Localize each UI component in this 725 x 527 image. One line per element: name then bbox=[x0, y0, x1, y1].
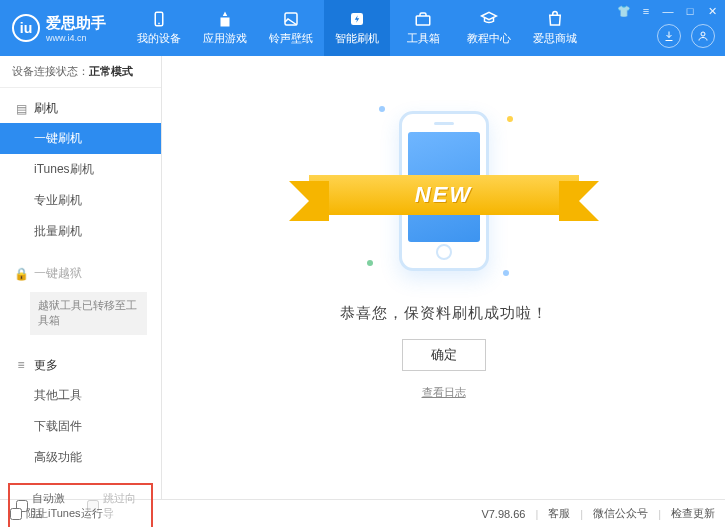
window-controls: 👕 ≡ — □ ✕ bbox=[617, 4, 719, 18]
support-link[interactable]: 客服 bbox=[548, 506, 570, 521]
close-button[interactable]: ✕ bbox=[705, 4, 719, 18]
app-name: 爱思助手 bbox=[46, 14, 106, 33]
sidebar-item-pro-flash[interactable]: 专业刷机 bbox=[0, 185, 161, 216]
section-more[interactable]: ≡更多 bbox=[0, 351, 161, 380]
svg-rect-4 bbox=[416, 16, 430, 25]
nav-label: 我的设备 bbox=[137, 31, 181, 46]
nav-flash[interactable]: 智能刷机 bbox=[324, 0, 390, 56]
wallpaper-icon bbox=[282, 10, 300, 28]
sidebar-item-itunes-flash[interactable]: iTunes刷机 bbox=[0, 154, 161, 185]
section-title: 更多 bbox=[34, 357, 58, 374]
jailbreak-note: 越狱工具已转移至工具箱 bbox=[30, 292, 147, 335]
skin-button[interactable]: 👕 bbox=[617, 4, 631, 18]
status-value: 正常模式 bbox=[89, 65, 133, 77]
nav-my-device[interactable]: 我的设备 bbox=[126, 0, 192, 56]
device-icon bbox=[150, 10, 168, 28]
view-log-link[interactable]: 查看日志 bbox=[422, 385, 466, 400]
block-itunes-checkbox[interactable]: 阻止iTunes运行 bbox=[10, 506, 103, 521]
sidebar: 设备连接状态：正常模式 ▤刷机 一键刷机 iTunes刷机 专业刷机 批量刷机 … bbox=[0, 56, 162, 499]
lock-icon: 🔒 bbox=[14, 267, 28, 281]
app-header: iu 爱思助手 www.i4.cn 我的设备 应用游戏 铃声壁纸 智能刷机 工具… bbox=[0, 0, 725, 56]
menu-button[interactable]: ≡ bbox=[639, 4, 653, 18]
nav-label: 应用游戏 bbox=[203, 31, 247, 46]
nav-apps[interactable]: 应用游戏 bbox=[192, 0, 258, 56]
check-update-link[interactable]: 检查更新 bbox=[671, 506, 715, 521]
checkbox-label: 阻止iTunes运行 bbox=[26, 506, 103, 521]
success-message: 恭喜您，保资料刷机成功啦！ bbox=[340, 304, 548, 323]
download-button[interactable] bbox=[657, 24, 681, 48]
nav-toolbox[interactable]: 工具箱 bbox=[390, 0, 456, 56]
logo-icon: iu bbox=[12, 14, 40, 42]
sidebar-item-batch-flash[interactable]: 批量刷机 bbox=[0, 216, 161, 247]
apps-icon bbox=[216, 10, 234, 28]
sidebar-item-download-firmware[interactable]: 下载固件 bbox=[0, 411, 161, 442]
minimize-button[interactable]: — bbox=[661, 4, 675, 18]
version-label: V7.98.66 bbox=[481, 508, 525, 520]
flash-section-icon: ▤ bbox=[14, 102, 28, 116]
flash-icon bbox=[348, 10, 366, 28]
store-icon bbox=[546, 10, 564, 28]
connection-status: 设备连接状态：正常模式 bbox=[0, 56, 161, 88]
tutorial-icon bbox=[480, 10, 498, 28]
main-content: NEW 恭喜您，保资料刷机成功啦！ 确定 查看日志 bbox=[162, 56, 725, 499]
app-site: www.i4.cn bbox=[46, 33, 106, 43]
nav-ringtone[interactable]: 铃声壁纸 bbox=[258, 0, 324, 56]
section-title: 一键越狱 bbox=[34, 265, 82, 282]
nav-label: 工具箱 bbox=[407, 31, 440, 46]
sidebar-item-onekey-flash[interactable]: 一键刷机 bbox=[0, 123, 161, 154]
maximize-button[interactable]: □ bbox=[683, 4, 697, 18]
status-label: 设备连接状态： bbox=[12, 65, 89, 77]
nav-store[interactable]: 爱思商城 bbox=[522, 0, 588, 56]
success-illustration: NEW bbox=[349, 96, 539, 286]
sidebar-item-other-tools[interactable]: 其他工具 bbox=[0, 380, 161, 411]
toolbox-icon bbox=[414, 10, 432, 28]
ok-button[interactable]: 确定 bbox=[402, 339, 486, 371]
nav-label: 爱思商城 bbox=[533, 31, 577, 46]
section-jailbreak: 🔒一键越狱 bbox=[0, 259, 161, 288]
user-button[interactable] bbox=[691, 24, 715, 48]
block-itunes-input[interactable] bbox=[10, 508, 22, 520]
nav-label: 智能刷机 bbox=[335, 31, 379, 46]
wechat-link[interactable]: 微信公众号 bbox=[593, 506, 648, 521]
checkbox-label: 跳过向导 bbox=[103, 491, 146, 521]
section-flash[interactable]: ▤刷机 bbox=[0, 94, 161, 123]
nav-tutorial[interactable]: 教程中心 bbox=[456, 0, 522, 56]
svg-point-5 bbox=[701, 32, 705, 36]
top-nav: 我的设备 应用游戏 铃声壁纸 智能刷机 工具箱 教程中心 爱思商城 bbox=[126, 0, 588, 56]
section-title: 刷机 bbox=[34, 100, 58, 117]
logo: iu 爱思助手 www.i4.cn bbox=[0, 14, 118, 43]
nav-label: 教程中心 bbox=[467, 31, 511, 46]
new-ribbon: NEW bbox=[309, 175, 579, 215]
nav-label: 铃声壁纸 bbox=[269, 31, 313, 46]
ribbon-text: NEW bbox=[415, 182, 472, 208]
more-icon: ≡ bbox=[14, 358, 28, 372]
sidebar-item-advanced[interactable]: 高级功能 bbox=[0, 442, 161, 473]
